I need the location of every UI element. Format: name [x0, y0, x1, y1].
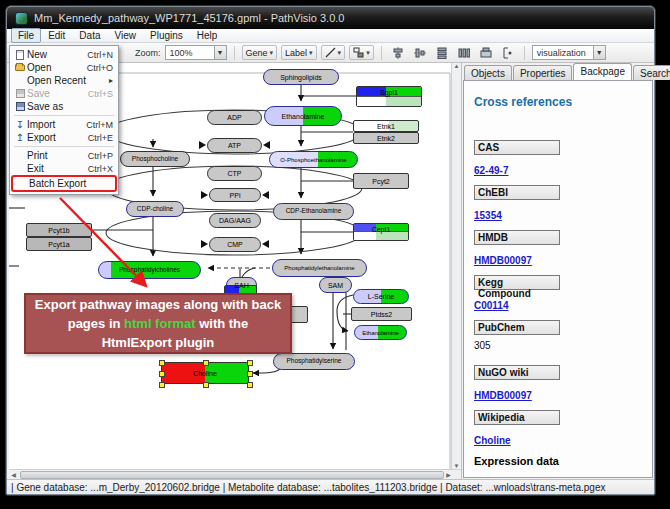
zoom-combobox[interactable]: 100% ▼	[165, 45, 227, 60]
node-label: CDP-Ethanolamine	[286, 208, 342, 215]
menu-item-batch-export[interactable]: Batch Export	[11, 175, 117, 192]
selection-handle[interactable]	[159, 382, 165, 388]
menu-item-new[interactable]: NewCtrl+N	[11, 48, 117, 61]
shape-tool-button[interactable]: ▾	[349, 45, 374, 60]
xref-link[interactable]: C00114	[474, 300, 508, 311]
text-format-button[interactable]	[499, 45, 517, 61]
xref-database-header: ChEBI	[474, 185, 560, 200]
pathway-node-pcyt1b[interactable]: Pcyt1b	[26, 223, 92, 237]
selection-handle[interactable]	[247, 371, 253, 377]
xref-link[interactable]: 62-49-7	[474, 165, 508, 176]
pathway-node-choline-selected[interactable]: Choline	[161, 362, 249, 384]
pathway-node-sgpl1[interactable]: Sgpl1	[356, 86, 422, 107]
menu-data[interactable]: Data	[72, 28, 107, 43]
cross-references-heading: Cross references	[474, 95, 642, 109]
pathway-node-pcyt2[interactable]: Pcyt2	[353, 173, 409, 189]
horizontal-scrollbar[interactable]: ◀ ▶	[9, 469, 461, 479]
align-vertical-center-button[interactable]	[389, 45, 407, 61]
pathway-node-cept1[interactable]: Cept1	[353, 223, 409, 241]
annotation-line-2: pages in html format with the	[68, 314, 249, 333]
node-label: CMP	[227, 241, 243, 248]
pathway-node-atp[interactable]: ATP	[207, 138, 262, 153]
tab-search[interactable]: Search	[633, 65, 670, 80]
node-label: ADP	[227, 114, 241, 121]
pathway-node-etnk1[interactable]: Etnk1	[353, 120, 419, 132]
pathway-node-ethanolamine-bottom[interactable]: Ethanolamine	[354, 325, 407, 340]
xref-link[interactable]: Choline	[474, 435, 511, 446]
node-label: Choline	[193, 370, 217, 377]
scroll-left-icon[interactable]: ◀	[9, 471, 18, 478]
xref-section-pubchem: PubChem305	[474, 320, 642, 352]
pathway-node-ppi[interactable]: PPi	[209, 188, 261, 202]
pathway-node-ctp[interactable]: CTP	[207, 166, 262, 181]
window-title: Mm_Kennedy_pathway_WP1771_45176.gpml - P…	[34, 12, 344, 24]
selection-handle[interactable]	[203, 360, 209, 366]
annotation-line-1: Export pathway images along with back	[35, 295, 281, 314]
menu-file[interactable]: File	[11, 28, 41, 43]
menu-item-exit[interactable]: ExitCtrl+X	[11, 162, 117, 175]
menu-item-save[interactable]: SaveCtrl+S	[11, 87, 117, 100]
scroll-up-icon[interactable]: ▲	[452, 63, 461, 69]
pathway-node-pcyt1a[interactable]: Pcyt1a	[26, 237, 92, 251]
align-horizontal-center-button[interactable]	[411, 45, 429, 61]
datanode-tool-button[interactable]: Gene▾	[242, 45, 278, 60]
selection-handle[interactable]	[159, 360, 165, 366]
shape-icon	[353, 47, 364, 58]
menu-item-export[interactable]: ↥ExportCtrl+E	[11, 131, 117, 144]
pathway-node-phosphatidylcholines[interactable]: Phosphatidylcholines	[98, 261, 201, 279]
xref-database-header: HMDB	[474, 230, 560, 245]
label-tool-button[interactable]: Label▾	[281, 45, 317, 60]
menu-plugins[interactable]: Plugins	[143, 28, 190, 43]
vertical-scrollbar[interactable]: ▲ ▼	[451, 63, 461, 469]
pathway-node-l-serine[interactable]: L-Serine	[353, 289, 409, 304]
pathway-node-phosphatidylethanolamine[interactable]: Phosphatidylethanolamine	[272, 259, 367, 277]
chevron-down-icon[interactable]: ▼	[593, 46, 605, 59]
pathway-node-cdp-ethanolamine[interactable]: CDP-Ethanolamine	[273, 203, 354, 220]
xref-link[interactable]: 15354	[474, 210, 502, 221]
node-fill-row	[354, 232, 408, 240]
tab-properties[interactable]: Properties	[513, 65, 573, 80]
scroll-right-icon[interactable]: ▶	[444, 471, 453, 478]
menu-item-save-as[interactable]: Save as	[11, 100, 117, 113]
menu-item-open-recent[interactable]: Open Recent▸	[11, 74, 117, 87]
tab-backpage[interactable]: Backpage	[573, 63, 631, 80]
pathway-node-phosphatidylserine[interactable]: Phosphatidylserine	[273, 353, 355, 370]
menu-item-import[interactable]: ↧ImportCtrl+M	[11, 118, 117, 131]
menu-item-print[interactable]: PrintCtrl+P	[11, 149, 117, 162]
node-label: Etnk2	[377, 135, 395, 142]
pathway-node-cmp[interactable]: CMP	[209, 237, 261, 252]
stack-vertical-button[interactable]	[433, 45, 451, 61]
xref-link[interactable]: HMDB00097	[474, 255, 532, 266]
pathway-node-sphingolipids[interactable]: Sphingolipids	[263, 69, 339, 85]
pathway-node-ethanolamine-top[interactable]: Ethanolamine	[264, 106, 342, 126]
tab-objects[interactable]: Objects	[464, 65, 512, 80]
selection-handle[interactable]	[247, 382, 253, 388]
pathway-node-adp[interactable]: ADP	[207, 110, 262, 125]
selection-handle[interactable]	[247, 360, 253, 366]
pathway-node-phosphocholine[interactable]: Phosphocholine	[120, 151, 190, 167]
xref-link[interactable]: HMDB00097	[474, 390, 532, 401]
scrollbar-thumb[interactable]	[20, 471, 444, 479]
visualization-value: visualization	[533, 48, 593, 58]
pathway-node-dag-aag[interactable]: DAG/AAG	[209, 213, 261, 228]
menu-help[interactable]: Help	[190, 28, 225, 43]
pathway-node-ptdss2[interactable]: Ptdss2	[351, 307, 412, 321]
stack-horizontal-button[interactable]	[455, 45, 473, 61]
chevron-down-icon[interactable]: ▼	[214, 46, 226, 59]
menu-view[interactable]: View	[107, 28, 143, 43]
menu-edit[interactable]: Edit	[41, 28, 72, 43]
pathway-node-etnk2[interactable]: Etnk2	[353, 132, 419, 144]
selection-handle[interactable]	[159, 371, 165, 377]
menu-item-open[interactable]: OpenCtrl+O	[11, 61, 117, 74]
xref-database-header: PubChem	[474, 320, 560, 335]
line-tool-button[interactable]: ▾	[321, 45, 346, 60]
pathway-node-o-phosphoethanolamine[interactable]: O-Phosphoethanolamine	[269, 151, 358, 168]
node-label: DAG/AAG	[219, 217, 251, 224]
node-label: Cept1	[354, 226, 408, 233]
common-size-button[interactable]	[477, 45, 495, 61]
selection-handle[interactable]	[203, 382, 209, 388]
pathway-node-sam[interactable]: SAM	[319, 277, 352, 293]
pathway-node-cdp-choline[interactable]: CDP-choline	[126, 201, 184, 217]
node-label: Phosphocholine	[132, 156, 178, 163]
visualization-combobox[interactable]: visualization ▼	[532, 45, 606, 60]
